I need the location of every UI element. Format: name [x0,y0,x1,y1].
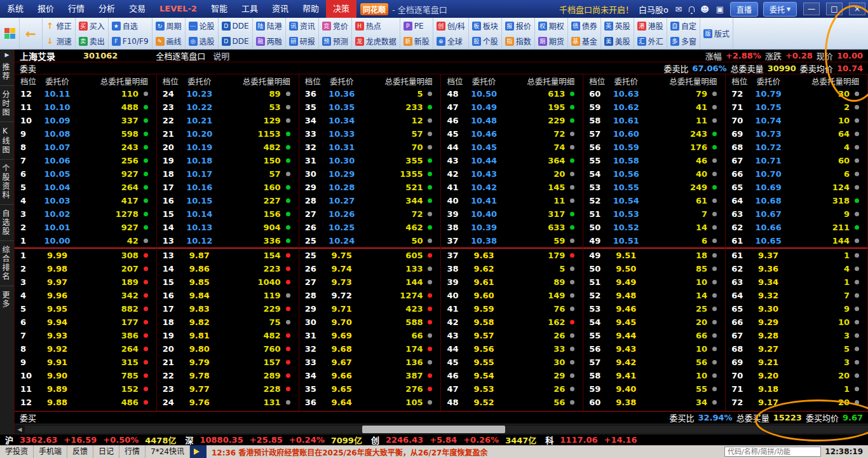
volume-detail-dot[interactable] [855,158,859,163]
app-grid-icon[interactable] [4,28,16,39]
status-link-日记[interactable]: 日记 [93,445,119,458]
order-row[interactable]: 6910.7364 [726,127,867,141]
order-row[interactable]: 710.06256 [15,154,156,167]
order-row[interactable]: 529.4814 [583,289,725,302]
order-row[interactable]: 299.71423 [299,302,441,316]
order-row[interactable]: 1110.10488 [15,101,156,114]
volume-detail-dot[interactable] [286,307,290,311]
volume-detail-dot[interactable] [286,239,290,243]
volume-detail-dot[interactable] [570,198,574,203]
volume-detail-dot[interactable] [144,253,148,258]
toolbar-button-多窗[interactable]: 多多窗 [670,34,696,49]
sidebar-item-更多[interactable]: 更多 [0,286,14,313]
order-row[interactable]: 149.86223 [157,262,299,275]
order-row[interactable]: 110.0042 [15,234,156,247]
volume-detail-dot[interactable] [286,333,290,338]
volume-detail-dot[interactable] [428,360,432,364]
order-row[interactable]: 3510.35233 [299,101,441,114]
volume-detail-dot[interactable] [144,172,148,176]
menu-item-资讯[interactable]: 资讯 [265,0,295,18]
volume-detail-dot[interactable] [570,172,574,176]
volume-detail-dot[interactable] [286,360,290,364]
menu-item-行情[interactable]: 行情 [61,0,92,18]
volume-detail-dot[interactable] [855,92,859,96]
volume-detail-dot[interactable] [855,360,859,364]
volume-detail-dot[interactable] [855,145,859,149]
order-row[interactable]: 6210.66211 [726,221,867,234]
volume-detail-dot[interactable] [144,333,148,338]
order-row[interactable]: 719.181 [726,382,867,396]
volume-detail-dot[interactable] [428,347,432,351]
volume-detail-dot[interactable] [428,158,432,163]
order-row[interactable]: 2210.21129 [157,114,299,127]
order-row[interactable]: 129.88486 [15,396,156,409]
order-row[interactable]: 1610.15227 [157,194,299,207]
volume-detail-dot[interactable] [428,267,432,271]
order-row[interactable]: 3910.40317 [441,207,583,221]
volume-detail-dot[interactable] [712,212,717,216]
volume-detail-dot[interactable] [712,118,717,123]
order-row[interactable]: 4610.48229 [441,114,583,127]
order-row[interactable]: 609.3834 [583,396,725,409]
volume-detail-dot[interactable] [428,387,432,391]
order-row[interactable]: 6610.706 [726,167,867,181]
order-row[interactable]: 2810.27344 [299,194,441,207]
volume-detail-dot[interactable] [286,347,290,351]
index-创[interactable]: 创2246.43+5.84+0.26%3447亿 [371,434,536,446]
volume-detail-dot[interactable] [570,387,574,391]
volume-detail-dot[interactable] [570,347,574,351]
order-row[interactable]: 119.89152 [15,382,156,396]
volume-detail-dot[interactable] [286,253,290,258]
order-row[interactable]: 209.80760 [157,342,299,356]
volume-detail-dot[interactable] [855,225,859,230]
volume-detail-dot[interactable] [144,293,148,298]
order-row[interactable]: 259.75605 [299,249,441,262]
volume-detail-dot[interactable] [144,280,148,284]
volume-detail-dot[interactable] [712,400,717,405]
order-row[interactable]: 3310.3357 [299,127,441,141]
order-row[interactable]: 339.67136 [299,356,441,369]
order-row[interactable]: 709.2020 [726,369,867,382]
volume-detail-dot[interactable] [428,225,432,230]
toolbar-button-外汇[interactable]: 汇外汇 [637,34,663,49]
order-row[interactable]: 199.81482 [157,329,299,342]
volume-detail-dot[interactable] [144,145,148,149]
toolbar-button-DDE[interactable]: DDDE [222,18,249,34]
order-row[interactable]: 489.5256 [441,396,583,409]
volume-detail-dot[interactable] [712,198,717,203]
menu-item-系统[interactable]: 系统 [0,0,31,18]
volume-detail-dot[interactable] [712,267,717,271]
order-row[interactable]: 1710.16160 [157,181,299,194]
volume-detail-dot[interactable] [570,145,574,149]
order-row[interactable]: 5610.59176 [583,141,725,154]
order-row[interactable]: 559.4466 [583,329,725,342]
menu-item-报价[interactable]: 报价 [31,0,61,18]
volume-detail-dot[interactable] [570,158,574,163]
order-row[interactable]: 6310.679 [726,207,867,221]
order-row[interactable]: 179.83229 [157,302,299,316]
order-row[interactable]: 2010.19482 [157,141,299,154]
mail-icon[interactable]: ✉ [674,4,684,14]
toolbar-button-DDE[interactable]: DDDE [222,34,249,49]
volume-detail-dot[interactable] [570,307,574,311]
order-row[interactable]: 4310.44364 [441,154,583,167]
order-row[interactable]: 649.327 [726,289,867,302]
volume-detail-dot[interactable] [855,253,859,258]
volume-detail-dot[interactable] [286,320,290,324]
sidebar-item-自选股[interactable]: 自选股 [0,204,14,240]
volume-detail-dot[interactable] [144,158,148,163]
volume-detail-dot[interactable] [428,307,432,311]
order-row[interactable]: 210.01927 [15,221,156,234]
order-row[interactable]: 2710.2672 [299,207,441,221]
toolbar-button-美股[interactable]: 美美股 [604,34,630,49]
order-row[interactable]: 3210.3170 [299,141,441,154]
volume-detail-dot[interactable] [286,145,290,149]
volume-detail-dot[interactable] [144,225,148,230]
order-row[interactable]: 249.76131 [157,396,299,409]
order-row[interactable]: 5210.5461 [583,194,725,207]
volume-detail-dot[interactable] [712,132,717,136]
order-row[interactable]: 189.8275 [157,316,299,329]
order-row[interactable]: 7010.7410 [726,114,867,127]
volume-detail-dot[interactable] [712,225,717,230]
order-row[interactable]: 5410.5640 [583,167,725,181]
